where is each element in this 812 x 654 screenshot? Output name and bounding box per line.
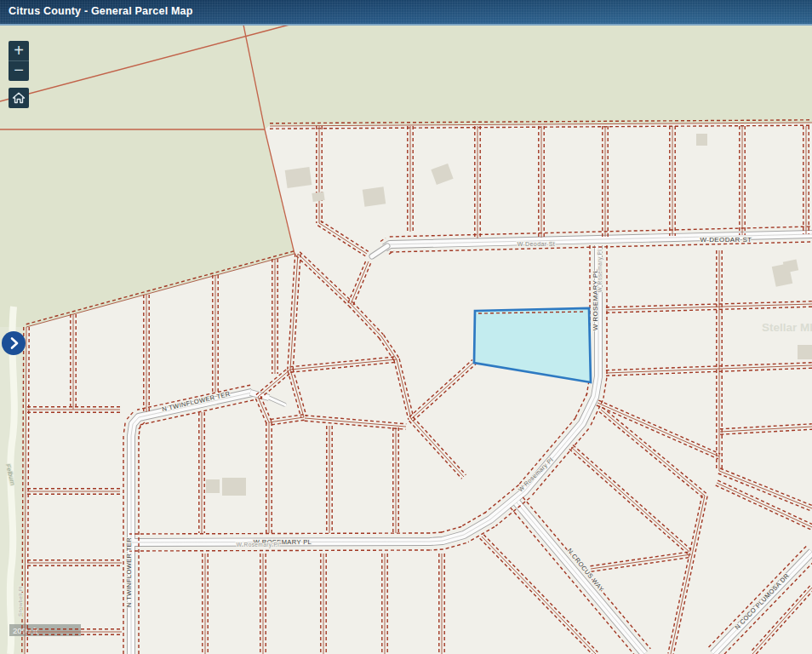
svg-text:W Rosemary Pl: W Rosemary Pl [237, 542, 280, 548]
svg-text:W Deodar St: W Deodar St [518, 241, 555, 247]
svg-text:N TWINFLOWER TER: N TWINFLOWER TER [125, 537, 133, 607]
svg-text:W Rosemary Pl: W Rosemary Pl [597, 250, 603, 293]
svg-text:Stellar MLS: Stellar MLS [762, 321, 812, 334]
svg-text:W DEODAR ST: W DEODAR ST [700, 236, 752, 244]
svg-text:2000 ft: 2000 ft [13, 626, 37, 635]
svg-text:Snowbell Pl: Snowbell Pl [18, 586, 24, 617]
